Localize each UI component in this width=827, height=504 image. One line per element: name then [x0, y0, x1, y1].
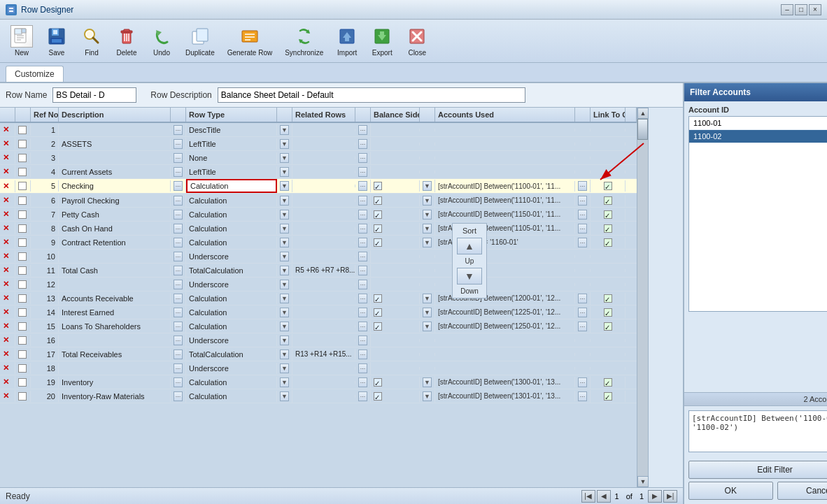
link-checkbox[interactable]	[604, 392, 612, 401]
desc-more-btn[interactable]: ···	[174, 238, 183, 247]
sort-up-button[interactable]: ▲	[457, 238, 482, 254]
accounts-more-btn[interactable]: ···	[578, 238, 587, 247]
accounts-more-btn[interactable]: ···	[578, 210, 587, 219]
row-checkbox[interactable]	[18, 336, 27, 345]
undo-button[interactable]: Undo	[146, 22, 178, 59]
balance-checkbox[interactable]	[374, 238, 382, 247]
desc-more-btn[interactable]: ···	[174, 280, 183, 289]
find-button[interactable]: Find	[76, 22, 108, 59]
restore-btn[interactable]: □	[795, 4, 807, 15]
save-button[interactable]: Save	[41, 22, 73, 59]
balance-checkbox[interactable]	[374, 392, 382, 401]
desc-more-btn[interactable]: ···	[174, 252, 183, 261]
row-name-input[interactable]	[52, 87, 136, 103]
row-checkbox[interactable]	[18, 154, 27, 162]
last-page-btn[interactable]: ▶|	[663, 490, 677, 503]
delete-row-btn[interactable]: ✕	[3, 139, 9, 148]
rowtype-dd-btn[interactable]: ▼	[280, 238, 289, 247]
row-checkbox[interactable]	[18, 266, 27, 275]
filter-formula-area[interactable]	[688, 410, 827, 452]
delete-row-btn[interactable]: ✕	[3, 350, 9, 359]
rowtype-dd-btn[interactable]: ▼	[280, 181, 289, 191]
row-checkbox[interactable]	[18, 350, 27, 359]
related-more-btn[interactable]: ···	[358, 322, 367, 331]
row-checkbox[interactable]	[18, 168, 27, 176]
prev-page-btn[interactable]: ◀	[597, 490, 611, 503]
rowtype-dd-btn[interactable]: ▼	[280, 363, 289, 373]
desc-more-btn[interactable]: ···	[174, 153, 183, 163]
rowtype-dd-btn[interactable]: ▼	[280, 280, 289, 289]
rowtype-dd-btn[interactable]: ▼	[280, 139, 289, 149]
delete-row-btn[interactable]: ✕	[3, 167, 9, 176]
related-more-btn[interactable]: ···	[358, 363, 367, 373]
desc-more-btn[interactable]: ···	[174, 196, 183, 206]
delete-row-btn[interactable]: ✕	[3, 377, 9, 387]
delete-row-btn[interactable]: ✕	[3, 294, 9, 303]
delete-row-btn[interactable]: ✕	[3, 125, 9, 134]
link-checkbox[interactable]	[604, 224, 612, 233]
ok-button[interactable]: OK	[688, 482, 773, 500]
delete-row-btn[interactable]: ✕	[3, 182, 9, 191]
row-checkbox[interactable]	[18, 238, 27, 247]
delete-row-btn[interactable]: ✕	[3, 308, 9, 317]
row-checkbox[interactable]	[18, 196, 27, 205]
row-checkbox[interactable]	[18, 252, 27, 261]
row-checkbox[interactable]	[18, 140, 27, 148]
delete-row-btn[interactable]: ✕	[3, 266, 9, 275]
accounts-more-btn[interactable]: ···	[578, 308, 587, 317]
row-desc-input[interactable]	[218, 87, 525, 103]
related-more-btn[interactable]: ···	[358, 391, 367, 401]
balance-checkbox[interactable]	[374, 196, 382, 205]
rowtype-dd-btn[interactable]: ▼	[280, 196, 289, 206]
related-more-btn[interactable]: ···	[358, 280, 367, 289]
link-checkbox[interactable]	[604, 322, 612, 331]
scroll-up-btn[interactable]: ▲	[637, 108, 649, 119]
related-more-btn[interactable]: ···	[358, 196, 367, 206]
desc-more-btn[interactable]: ···	[174, 322, 183, 331]
desc-more-btn[interactable]: ···	[174, 139, 183, 149]
balance-dd-btn[interactable]: ▼	[423, 224, 432, 233]
balance-dd-btn[interactable]: ▼	[423, 210, 432, 219]
desc-more-btn[interactable]: ···	[174, 224, 183, 233]
desc-more-btn[interactable]: ···	[174, 294, 183, 303]
rowtype-dd-btn[interactable]: ▼	[280, 308, 289, 317]
balance-checkbox[interactable]	[374, 224, 382, 233]
accounts-more-btn[interactable]: ···	[578, 224, 587, 233]
related-more-btn[interactable]: ···	[358, 125, 367, 135]
first-page-btn[interactable]: |◀	[581, 490, 595, 503]
related-more-btn[interactable]: ···	[358, 336, 367, 345]
rowtype-dd-btn[interactable]: ▼	[280, 294, 289, 303]
balance-dd-btn[interactable]: ▼	[423, 294, 432, 303]
desc-more-btn[interactable]: ···	[174, 336, 183, 345]
import-button[interactable]: Import	[331, 22, 363, 59]
desc-more-btn[interactable]: ···	[174, 391, 183, 401]
rowtype-dd-btn[interactable]: ▼	[280, 210, 289, 219]
balance-checkbox[interactable]	[374, 182, 382, 190]
rowtype-dd-btn[interactable]: ▼	[280, 322, 289, 331]
export-button[interactable]: Export	[366, 22, 398, 59]
desc-more-btn[interactable]: ···	[174, 167, 183, 177]
account-item-0[interactable]: 1100-01	[689, 117, 827, 130]
related-more-btn[interactable]: ···	[358, 210, 367, 219]
related-more-btn[interactable]: ···	[358, 181, 367, 191]
rowtype-dd-btn[interactable]: ▼	[280, 167, 289, 177]
minimize-btn[interactable]: –	[781, 4, 793, 15]
desc-more-btn[interactable]: ···	[174, 210, 183, 219]
related-more-btn[interactable]: ···	[358, 308, 367, 317]
delete-row-btn[interactable]: ✕	[3, 210, 9, 219]
delete-row-btn[interactable]: ✕	[3, 153, 9, 162]
balance-dd-btn[interactable]: ▼	[423, 196, 432, 206]
new-button[interactable]: New	[6, 22, 38, 59]
synchronize-button[interactable]: Synchronize	[280, 22, 328, 59]
delete-row-btn[interactable]: ✕	[3, 224, 9, 233]
desc-more-btn[interactable]: ···	[174, 377, 183, 387]
scroll-down-btn[interactable]: ▼	[637, 476, 649, 487]
delete-row-btn[interactable]: ✕	[3, 280, 9, 289]
row-checkbox[interactable]	[18, 322, 27, 331]
rowtype-dd-btn[interactable]: ▼	[280, 252, 289, 261]
related-more-btn[interactable]: ···	[358, 153, 367, 163]
accounts-more-btn[interactable]: ···	[578, 391, 587, 401]
balance-checkbox[interactable]	[374, 322, 382, 331]
row-checkbox[interactable]	[18, 364, 27, 373]
generate-row-button[interactable]: Generate Row	[222, 22, 277, 59]
